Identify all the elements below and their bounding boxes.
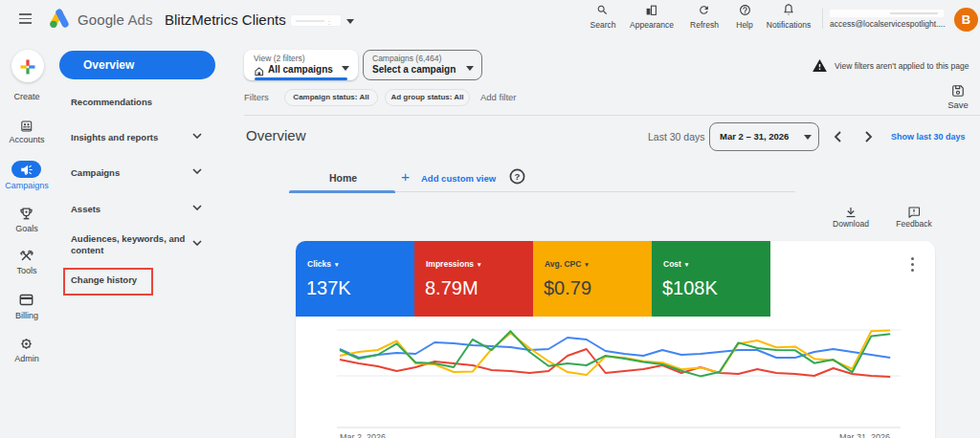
svg-text:?: ? bbox=[515, 171, 521, 182]
